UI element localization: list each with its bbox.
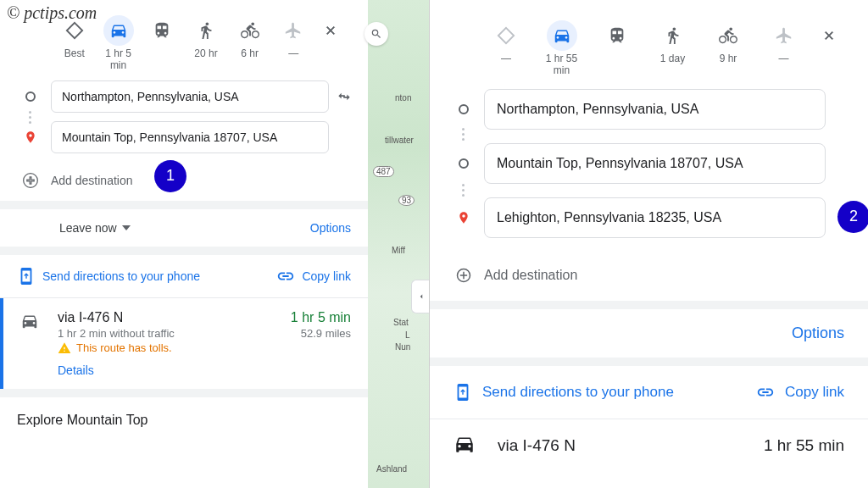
mode-car[interactable]: 1 hr 5 min [97,15,141,72]
map-background[interactable]: nton tillwater Miff Stat L Nun Ashland 4… [368,0,429,488]
copy-link-button[interactable]: Copy link [756,383,844,402]
add-destination-button[interactable]: Add destination [430,260,868,301]
route-traffic-note: 1 hr 2 min without traffic [58,327,175,340]
route-card[interactable]: via I-476 N1 hr 5 min 1 hr 2 min without… [0,298,368,389]
mode-walk-label: 1 day [660,53,685,64]
link-icon [276,267,295,286]
mode-transit[interactable] [140,15,184,59]
travel-mode-row: — 1 hr 55 min 1 day 9 hr — [430,0,868,80]
route-card[interactable]: via I-476 N 1 hr 55 min [430,419,868,458]
options-link[interactable]: Options [310,221,351,235]
leave-now-label: Leave now [59,221,117,235]
car-icon [553,26,571,45]
swap-icon [336,88,353,105]
mode-walk-label: 20 hr [194,47,217,59]
mode-plane-label: — [779,53,789,64]
close-directions-button[interactable] [814,20,844,51]
stop-marker-icon [453,104,474,114]
mode-plane[interactable]: — [759,20,810,64]
send-phone-label: Send directions to your phone [482,384,674,401]
add-destination-button[interactable]: Add destination 1 [0,167,368,201]
waypoint-connector-dots [462,184,465,197]
left-pane: nton tillwater Miff Stat L Nun Ashland 4… [0,0,430,488]
separator [430,301,868,309]
plus-circle-icon [453,267,474,284]
waypoint-connector-dots [29,111,31,124]
send-phone-icon [17,267,36,286]
explore-heading[interactable]: Explore Mountain Top [0,397,368,443]
depart-options-row: Leave now Options [0,209,368,247]
mode-best[interactable]: — [481,20,531,64]
map-label: tillwater [385,136,414,145]
stop2-input[interactable] [484,143,826,184]
watermark-text: © pctips.com [7,3,97,23]
route-details-link[interactable]: Details [58,363,351,377]
stop3-input[interactable] [484,197,826,238]
train-icon [608,26,626,45]
send-to-phone-button[interactable]: Send directions to your phone [453,383,674,402]
mode-bike-label: 9 hr [720,53,737,64]
origin-input[interactable] [51,80,329,113]
stop1-input[interactable] [484,89,826,130]
car-icon [453,433,498,458]
map-label: Stat [393,318,409,327]
separator [0,201,368,209]
map-label: Miff [392,246,405,255]
bike-icon [719,26,737,45]
collapse-panel-button[interactable] [411,280,429,313]
route-toll-warning: This route has tolls. [58,341,351,355]
annotation-badge-1: 1 [154,160,186,192]
copy-link-button[interactable]: Copy link [276,267,351,286]
map-label: L [405,330,410,340]
waypoint-dest-row [20,121,359,153]
map-label: nton [395,93,411,103]
mode-best-label: — [501,53,511,64]
copy-link-label: Copy link [785,384,844,401]
chevron-down-icon [122,225,131,230]
mode-transit[interactable] [592,20,643,64]
mode-plane[interactable]: — [272,15,316,59]
mode-car[interactable]: 1 hr 55 min [537,20,587,77]
destination-input[interactable] [51,121,329,153]
leave-now-dropdown[interactable]: Leave now [59,221,131,235]
send-phone-icon [453,383,472,402]
warning-icon [58,341,71,355]
waypoint-stop3-row: 2 [453,197,826,238]
swap-button[interactable] [329,88,359,105]
mode-bike[interactable]: 9 hr [703,20,754,64]
walk-icon [664,26,682,45]
route-name: via I-476 N [498,436,764,455]
close-directions-button[interactable] [315,15,346,46]
train-icon [153,21,171,40]
directions-card: — 1 hr 55 min 1 day 9 hr — [430,0,868,458]
mode-bike-label: 6 hr [241,47,259,59]
mode-walk[interactable]: 1 day [648,20,698,64]
copy-link-label: Copy link [302,269,351,283]
mode-walk[interactable]: 20 hr [184,15,228,59]
route-shield: 487 [373,166,394,177]
walk-icon [197,21,215,40]
diamond-icon [65,21,84,40]
share-actions-row: Send directions to your phone Copy link [430,366,868,419]
zoom-search-button[interactable] [364,22,388,46]
right-pane: — 1 hr 55 min 1 day 9 hr — [430,0,868,488]
route-shield: 93 [398,195,415,206]
mode-bike[interactable]: 6 hr [228,15,272,59]
separator [0,389,368,397]
route-time: 1 hr 55 min [764,436,844,455]
car-icon [20,310,58,377]
options-link[interactable]: Options [792,324,844,342]
waypoint-stop2-row [453,143,826,184]
map-label: Nun [395,342,410,352]
separator [430,358,868,366]
send-phone-label: Send directions to your phone [42,269,200,283]
mode-plane-label: — [288,47,298,59]
add-destination-label: Add destination [51,174,133,187]
map-label: Ashland [376,464,407,474]
waypoint-connector-dots [462,128,465,141]
route-distance: 52.9 miles [301,327,351,340]
send-to-phone-button[interactable]: Send directions to your phone [17,267,200,286]
route-body: via I-476 N1 hr 5 min 1 hr 2 min without… [58,310,351,377]
diamond-icon [497,26,515,45]
origin-marker-icon [20,92,41,102]
